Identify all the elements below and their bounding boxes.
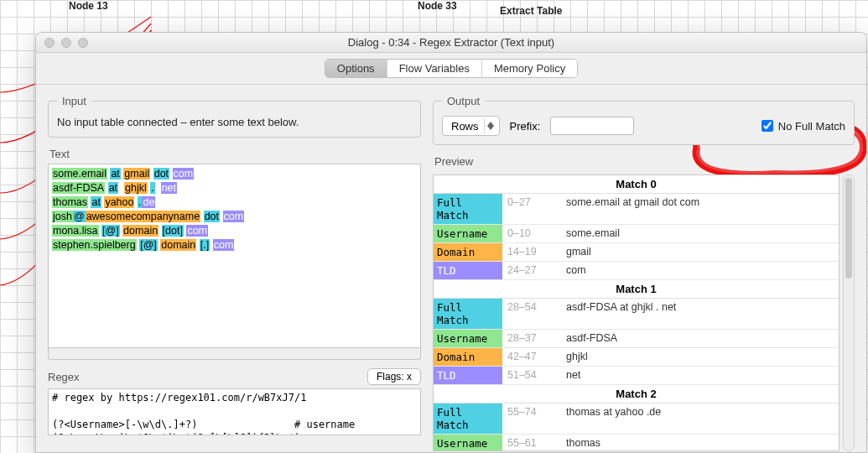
preview-row: Full Match0–27some.email at gmail dot co… [434, 194, 839, 225]
preview-label: Preview [434, 155, 855, 168]
no-full-match-label: No Full Match [778, 120, 845, 133]
dialog-window: Dialog - 0:34 - Regex Extractor (Text in… [35, 32, 867, 453]
match-header: Match 2 [434, 385, 839, 404]
match-value: some.email at gmail dot com [561, 194, 839, 224]
match-value: gmail [561, 243, 839, 261]
group-chip: Username [434, 330, 502, 347]
no-full-match-checkbox[interactable] [761, 120, 773, 132]
group-chip: TLD [434, 262, 502, 279]
group-chip: Username [434, 435, 502, 451]
match-range: 0–27 [502, 194, 561, 224]
match-range: 42–47 [502, 348, 561, 366]
match-range: 28–54 [502, 299, 561, 329]
preview-row: Username28–37asdf-FDSA [434, 330, 839, 348]
match-value: some.email [561, 225, 839, 242]
group-chip: Full Match [434, 404, 502, 434]
node-label-13: Node 13 [69, 0, 108, 12]
node-label-extract: Extract Table [500, 5, 562, 17]
group-chip: Full Match [434, 299, 502, 329]
chevron-updown-icon [484, 118, 497, 133]
output-legend: Output [442, 95, 485, 107]
regex-input[interactable]: # regex by https://regex101.com/r/wB7xJ7… [48, 388, 421, 435]
group-chip: TLD [434, 367, 502, 384]
match-range: 55–61 [502, 435, 561, 451]
match-value: com [561, 262, 839, 279]
match-header: Match 0 [434, 175, 839, 194]
preview-table: Match 0Full Match0–27some.email at gmail… [433, 174, 839, 451]
preview-row: TLD51–54net [434, 367, 839, 385]
input-message: No input table connected – enter some te… [57, 116, 412, 128]
input-legend: Input [57, 95, 91, 107]
no-full-match-option[interactable]: No Full Match [761, 120, 845, 133]
group-chip: Username [434, 225, 502, 242]
tab-bar: Options Flow Variables Memory Policy [36, 53, 866, 85]
output-fieldset: Output Rows Prefix: No Full Match [433, 95, 855, 145]
preview-row: Full Match55–74thomas at yahoo .de [434, 404, 839, 435]
match-range: 55–74 [502, 404, 561, 434]
input-fieldset: Input No input table connected – enter s… [48, 95, 421, 138]
match-value: thomas at yahoo .de [561, 404, 839, 434]
output-mode-value: Rows [451, 120, 479, 133]
node-label-33: Node 33 [418, 0, 457, 12]
prefix-label: Prefix: [510, 120, 541, 133]
group-chip: Full Match [434, 194, 502, 224]
preview-row: Username0–10some.email [434, 225, 839, 243]
preview-row: Full Match28–54asdf-FDSA at ghjkl . net [434, 299, 839, 330]
match-range: 0–10 [502, 225, 561, 242]
preview-row: Domain42–47ghjkl [434, 348, 839, 367]
match-range: 24–27 [502, 262, 561, 279]
regex-label: Regex [48, 371, 80, 383]
flags-button[interactable]: Flags: x [367, 368, 421, 385]
group-chip: Domain [434, 348, 502, 366]
match-header: Match 1 [434, 280, 839, 299]
text-label: Text [49, 148, 421, 160]
match-value: asdf-FDSA at ghjkl . net [561, 299, 839, 329]
match-range: 14–19 [502, 243, 561, 261]
match-value: thomas [561, 435, 839, 451]
horizontal-scrollbar[interactable] [48, 348, 421, 360]
titlebar[interactable]: Dialog - 0:34 - Regex Extractor (Text in… [36, 33, 866, 53]
tab-flow-variables[interactable]: Flow Variables [387, 60, 482, 77]
group-chip: Domain [434, 243, 502, 261]
tab-options[interactable]: Options [325, 60, 387, 77]
match-value: asdf-FDSA [561, 330, 839, 347]
preview-row: Domain14–19gmail [434, 243, 839, 262]
match-value: net [561, 367, 839, 384]
preview-row: Username55–61thomas [434, 435, 839, 451]
tab-memory-policy[interactable]: Memory Policy [482, 60, 577, 77]
match-range: 28–37 [502, 330, 561, 347]
prefix-field[interactable] [550, 117, 634, 135]
vertical-scrollbar[interactable] [843, 174, 855, 451]
preview-row: TLD24–27com [434, 262, 839, 280]
match-range: 51–54 [502, 367, 561, 384]
window-title: Dialog - 0:34 - Regex Extractor (Text in… [36, 36, 866, 49]
match-value: ghjkl [561, 348, 839, 366]
output-mode-select[interactable]: Rows [442, 116, 500, 136]
text-input[interactable]: some.email at gmail dot comasdf-FDSA at … [48, 164, 421, 348]
